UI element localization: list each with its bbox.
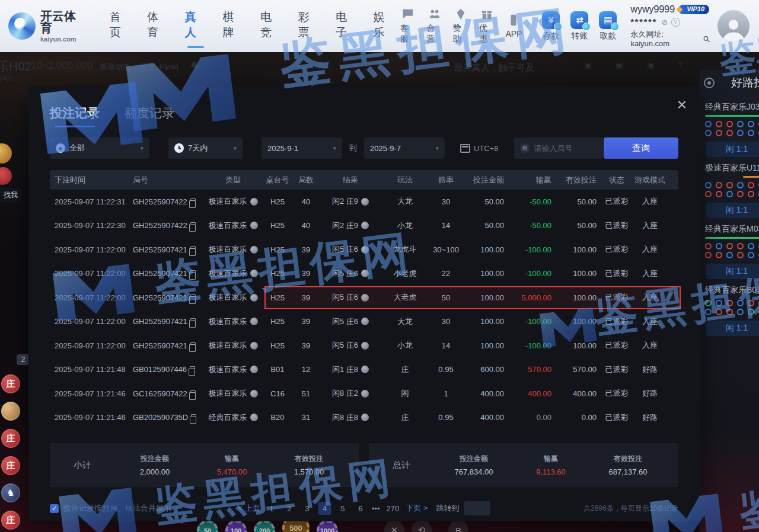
info-icon[interactable] [361, 318, 369, 325]
date-from-picker[interactable]: 2025-9-1 ▾ [261, 137, 342, 159]
nav-item-partner[interactable]: 合营 [426, 8, 442, 44]
nav-item-support[interactable]: 客服 [400, 8, 416, 44]
table-row[interactable]: 2025-09-07 11:22:00 GH2525907421 极速百家乐 H… [50, 334, 678, 358]
table-row[interactable]: 2025-09-07 11:22:00 GH2525907421 极速百家乐 H… [50, 262, 678, 286]
quick-bet-button[interactable]: 闲 1:1 [706, 321, 759, 336]
wallet-label: 转账 [571, 31, 588, 41]
info-icon[interactable] [361, 270, 369, 277]
quick-bet-button[interactable]: 闲 1:1 [706, 142, 759, 157]
sidebar-table-panel[interactable]: 经典百家乐B07 闲 1:1 [705, 285, 759, 336]
info-icon[interactable] [250, 414, 258, 421]
copy-icon[interactable] [190, 198, 196, 205]
close-icon[interactable]: × [677, 97, 687, 113]
jump-page-input[interactable] [464, 501, 490, 515]
info-icon[interactable] [250, 342, 258, 350]
info-icon[interactable] [361, 390, 369, 398]
last-page-button[interactable]: 270 [384, 502, 401, 515]
page-button[interactable]: 1 [265, 502, 278, 515]
copy-icon[interactable] [190, 318, 196, 325]
cell-status: 已派彩 [597, 340, 630, 351]
copy-icon[interactable] [190, 294, 196, 301]
nav-tab[interactable]: 电竞 [260, 9, 282, 43]
sidebar-table-panel[interactable]: 经典百家乐M03 闲 1:1 [705, 224, 759, 279]
nav-tab[interactable]: 棋牌 [222, 9, 244, 43]
info-icon[interactable] [361, 294, 369, 302]
date-to-picker[interactable]: 2025-9-7 ▾ [364, 137, 445, 159]
info-icon[interactable] [250, 294, 258, 302]
info-icon[interactable] [250, 198, 258, 206]
info-icon[interactable] [361, 198, 369, 206]
road-badge: 庄 [1, 429, 20, 448]
info-icon[interactable] [250, 318, 258, 325]
info-icon[interactable] [361, 342, 369, 350]
nav-item-promo[interactable]: 优惠 [479, 8, 495, 44]
transfer-button[interactable]: ⇄ 转账 [570, 11, 588, 41]
nav-tab[interactable]: 电子 [336, 9, 358, 43]
table-row[interactable]: 2025-09-07 11:21:46 GB202590735D 经典百家乐 B… [50, 406, 678, 430]
info-icon[interactable] [361, 414, 369, 421]
cell-bet-time: 2025-09-07 11:22:31 [50, 197, 133, 206]
copy-icon[interactable] [190, 270, 196, 277]
deposit-button[interactable]: ¥ 存款 [542, 11, 560, 41]
sidebar-table-panel[interactable]: 极速百家乐U11 闲 1:1 [705, 163, 759, 218]
table-row[interactable]: 2025-09-07 11:21:48 GB0125907446 极速百家乐 B… [50, 358, 678, 382]
info-icon[interactable] [250, 390, 258, 398]
copy-icon[interactable] [190, 342, 196, 349]
info-icon[interactable] [361, 366, 369, 373]
info-icon[interactable] [250, 366, 258, 373]
avatar[interactable] [717, 10, 750, 42]
modal-tabs: 投注记录 额度记录 [50, 105, 174, 127]
quick-bet-button[interactable]: 闲 1:1 [706, 264, 759, 279]
info-icon[interactable] [361, 246, 369, 254]
brand-logo[interactable]: 开云体育 kaiyun.com [8, 10, 86, 43]
next-page-button[interactable]: 下页 > [406, 503, 428, 514]
page-button[interactable]: 4 [318, 502, 331, 515]
cell-game-mode: 入座 [630, 268, 665, 279]
game-type-select[interactable]: ♠ 全部 ▾ [50, 137, 149, 159]
eye-slash-icon[interactable]: ⊘ [661, 18, 668, 27]
copy-icon[interactable] [190, 366, 195, 373]
info-icon[interactable] [250, 246, 258, 254]
page-button[interactable]: 5 [336, 502, 349, 515]
sidebar-table-panel[interactable]: 经典百家乐J03 闲 1:1 [705, 102, 759, 157]
page-button[interactable]: 3 [301, 502, 314, 515]
page-button[interactable]: 2 [283, 502, 296, 515]
nav-tab[interactable]: 彩票 [298, 9, 320, 43]
quick-bet-button[interactable]: 闲 1:1 [706, 203, 759, 218]
period-select[interactable]: 7天内 ▾ [168, 137, 243, 159]
refresh-icon[interactable]: V [671, 18, 680, 27]
search-icon[interactable] [703, 35, 710, 43]
table-row[interactable]: 2025-09-07 11:21:46 GC1625907422 极速百家乐 C… [50, 382, 678, 406]
copy-icon[interactable] [190, 246, 196, 253]
info-icon[interactable] [250, 270, 258, 277]
copy-icon[interactable] [191, 414, 196, 421]
nav-item-sponsor[interactable]: 赞助 [453, 8, 468, 44]
withdraw-button[interactable]: ▤ 取款 [599, 11, 617, 41]
nav-tab[interactable]: 首页 [110, 9, 132, 43]
merge-checkbox[interactable]: ✓ [50, 504, 59, 513]
nav-tab[interactable]: 娱乐 [374, 9, 396, 43]
nav-item-app[interactable]: APP [505, 14, 522, 39]
prev-page-button[interactable]: < 上页 [238, 503, 260, 514]
query-button[interactable]: 查询 [604, 137, 678, 159]
bet-chip[interactable]: 50 [197, 520, 218, 532]
table-row[interactable]: 2025-09-07 11:22:30 GH2525907422 极速百家乐 H… [50, 214, 678, 238]
tab-bet-records[interactable]: 投注记录 [50, 105, 100, 127]
info-icon[interactable] [250, 222, 258, 229]
round-search-input[interactable] [533, 143, 597, 153]
tab-quota-records[interactable]: 额度记录 [125, 105, 174, 127]
info-icon[interactable] [361, 222, 369, 229]
find-me-tag[interactable]: 找我 [0, 188, 23, 202]
table-row[interactable]: 2025-09-07 11:22:00 GH2525907421 极速百家乐 H… [50, 286, 678, 310]
bet-chip[interactable]: 1000 [317, 520, 338, 532]
table-row[interactable]: 2025-09-07 11:22:00 GH2525907421 极速百家乐 H… [50, 310, 678, 334]
copy-icon[interactable] [190, 222, 196, 229]
page-button[interactable]: 6 [354, 502, 367, 515]
nav-tab[interactable]: 真人 [185, 9, 207, 43]
bet-chip[interactable]: 200 [254, 520, 275, 532]
bet-chip[interactable]: 100 [225, 520, 247, 532]
copy-icon[interactable] [190, 390, 196, 397]
table-row[interactable]: 2025-09-07 11:22:31 GH2525907422 极速百家乐 H… [50, 190, 678, 214]
table-row[interactable]: 2025-09-07 11:22:00 GH2525907421 极速百家乐 H… [50, 238, 678, 262]
nav-tab[interactable]: 体育 [147, 9, 169, 43]
